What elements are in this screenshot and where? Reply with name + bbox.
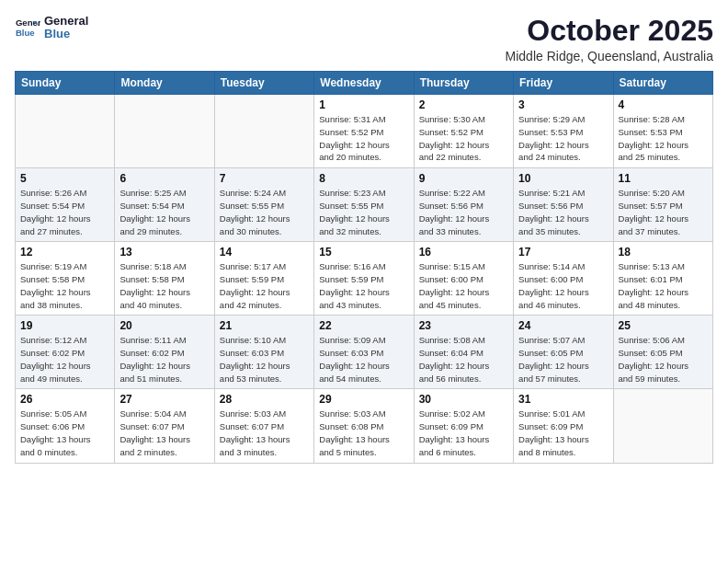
calendar-cell: 7Sunrise: 5:24 AM Sunset: 5:55 PM Daylig…	[214, 168, 313, 242]
logo-blue: Blue	[44, 28, 88, 40]
calendar-cell: 14Sunrise: 5:17 AM Sunset: 5:59 PM Dayli…	[214, 242, 313, 316]
day-number: 16	[419, 246, 508, 259]
calendar-cell: 22Sunrise: 5:09 AM Sunset: 6:03 PM Dayli…	[314, 316, 414, 389]
day-info: Sunrise: 5:08 AM Sunset: 6:04 PM Dayligh…	[419, 334, 508, 385]
day-number: 27	[119, 393, 209, 406]
day-number: 28	[220, 393, 309, 406]
calendar-cell	[214, 95, 313, 168]
weekday-header-sunday: Sunday	[16, 72, 115, 95]
day-info: Sunrise: 5:20 AM Sunset: 5:57 PM Dayligh…	[619, 187, 708, 237]
day-info: Sunrise: 5:31 AM Sunset: 5:52 PM Dayligh…	[319, 113, 408, 164]
day-info: Sunrise: 5:09 AM Sunset: 6:03 PM Dayligh…	[319, 334, 408, 385]
day-info: Sunrise: 5:28 AM Sunset: 5:53 PM Dayligh…	[619, 113, 708, 164]
calendar-cell: 28Sunrise: 5:03 AM Sunset: 6:07 PM Dayli…	[214, 389, 313, 463]
calendar-cell	[613, 389, 712, 463]
calendar-cell: 5Sunrise: 5:26 AM Sunset: 5:54 PM Daylig…	[16, 168, 115, 242]
location-title: Middle Ridge, Queensland, Australia	[506, 49, 713, 63]
day-number: 12	[20, 246, 109, 259]
day-info: Sunrise: 5:01 AM Sunset: 6:09 PM Dayligh…	[518, 408, 608, 458]
calendar-cell: 18Sunrise: 5:13 AM Sunset: 6:01 PM Dayli…	[613, 242, 712, 316]
day-info: Sunrise: 5:25 AM Sunset: 5:54 PM Dayligh…	[119, 187, 209, 237]
day-number: 19	[20, 319, 109, 332]
weekday-header-monday: Monday	[115, 72, 214, 95]
day-info: Sunrise: 5:23 AM Sunset: 5:55 PM Dayligh…	[319, 187, 408, 237]
calendar-cell: 31Sunrise: 5:01 AM Sunset: 6:09 PM Dayli…	[514, 389, 613, 463]
day-info: Sunrise: 5:21 AM Sunset: 5:56 PM Dayligh…	[518, 187, 608, 237]
calendar-table: SundayMondayTuesdayWednesdayThursdayFrid…	[15, 71, 713, 463]
day-info: Sunrise: 5:07 AM Sunset: 6:05 PM Dayligh…	[518, 334, 608, 385]
calendar-cell: 12Sunrise: 5:19 AM Sunset: 5:58 PM Dayli…	[16, 242, 115, 316]
calendar-cell: 8Sunrise: 5:23 AM Sunset: 5:55 PM Daylig…	[314, 168, 414, 242]
day-info: Sunrise: 5:16 AM Sunset: 5:59 PM Dayligh…	[319, 260, 408, 311]
day-number: 22	[319, 319, 408, 332]
calendar-cell: 10Sunrise: 5:21 AM Sunset: 5:56 PM Dayli…	[514, 168, 613, 242]
calendar-cell: 15Sunrise: 5:16 AM Sunset: 5:59 PM Dayli…	[314, 242, 414, 316]
day-number: 15	[319, 246, 408, 259]
day-info: Sunrise: 5:17 AM Sunset: 5:59 PM Dayligh…	[220, 260, 309, 311]
day-info: Sunrise: 5:06 AM Sunset: 6:05 PM Dayligh…	[619, 334, 708, 385]
day-info: Sunrise: 5:19 AM Sunset: 5:58 PM Dayligh…	[20, 260, 109, 311]
calendar-cell: 16Sunrise: 5:15 AM Sunset: 6:00 PM Dayli…	[414, 242, 513, 316]
day-number: 9	[419, 172, 508, 185]
logo-general: General	[44, 15, 88, 28]
calendar-cell: 30Sunrise: 5:02 AM Sunset: 6:09 PM Dayli…	[414, 389, 513, 463]
day-number: 1	[319, 98, 408, 111]
day-info: Sunrise: 5:29 AM Sunset: 5:53 PM Dayligh…	[518, 113, 608, 164]
calendar-cell	[115, 95, 214, 168]
weekday-header-saturday: Saturday	[613, 72, 712, 95]
day-info: Sunrise: 5:03 AM Sunset: 6:08 PM Dayligh…	[319, 408, 408, 458]
svg-text:General: General	[16, 18, 40, 29]
day-number: 17	[518, 246, 608, 259]
day-info: Sunrise: 5:13 AM Sunset: 6:01 PM Dayligh…	[619, 260, 708, 311]
day-info: Sunrise: 5:15 AM Sunset: 6:00 PM Dayligh…	[419, 260, 508, 311]
day-info: Sunrise: 5:12 AM Sunset: 6:02 PM Dayligh…	[20, 334, 109, 385]
calendar-cell: 4Sunrise: 5:28 AM Sunset: 5:53 PM Daylig…	[613, 95, 712, 168]
calendar-cell: 3Sunrise: 5:29 AM Sunset: 5:53 PM Daylig…	[514, 95, 613, 168]
calendar-cell: 9Sunrise: 5:22 AM Sunset: 5:56 PM Daylig…	[414, 168, 513, 242]
day-number: 24	[518, 319, 608, 332]
page-header: General Blue General Blue October 2025 M…	[15, 15, 713, 63]
calendar-cell: 25Sunrise: 5:06 AM Sunset: 6:05 PM Dayli…	[613, 316, 712, 389]
day-info: Sunrise: 5:02 AM Sunset: 6:09 PM Dayligh…	[419, 408, 508, 458]
weekday-header-row: SundayMondayTuesdayWednesdayThursdayFrid…	[16, 72, 713, 95]
day-number: 18	[619, 246, 708, 259]
calendar-cell: 26Sunrise: 5:05 AM Sunset: 6:06 PM Dayli…	[16, 389, 115, 463]
day-number: 29	[319, 393, 408, 406]
day-number: 25	[619, 319, 708, 332]
day-number: 21	[220, 319, 309, 332]
day-number: 4	[619, 98, 708, 111]
day-number: 26	[20, 393, 109, 406]
calendar-cell: 24Sunrise: 5:07 AM Sunset: 6:05 PM Dayli…	[514, 316, 613, 389]
weekday-header-thursday: Thursday	[414, 72, 513, 95]
calendar-cell: 17Sunrise: 5:14 AM Sunset: 6:00 PM Dayli…	[514, 242, 613, 316]
day-info: Sunrise: 5:26 AM Sunset: 5:54 PM Dayligh…	[20, 187, 109, 237]
day-info: Sunrise: 5:05 AM Sunset: 6:06 PM Dayligh…	[20, 408, 109, 458]
day-info: Sunrise: 5:30 AM Sunset: 5:52 PM Dayligh…	[419, 113, 508, 164]
day-number: 5	[20, 172, 109, 185]
day-info: Sunrise: 5:04 AM Sunset: 6:07 PM Dayligh…	[119, 408, 209, 458]
calendar-week-row: 1Sunrise: 5:31 AM Sunset: 5:52 PM Daylig…	[16, 95, 713, 168]
day-number: 30	[419, 393, 508, 406]
day-number: 10	[518, 172, 608, 185]
day-number: 23	[419, 319, 508, 332]
day-number: 31	[518, 393, 608, 406]
day-info: Sunrise: 5:24 AM Sunset: 5:55 PM Dayligh…	[220, 187, 309, 237]
weekday-header-tuesday: Tuesday	[214, 72, 313, 95]
day-number: 11	[619, 172, 708, 185]
calendar-cell: 11Sunrise: 5:20 AM Sunset: 5:57 PM Dayli…	[613, 168, 712, 242]
calendar-cell: 29Sunrise: 5:03 AM Sunset: 6:08 PM Dayli…	[314, 389, 414, 463]
svg-text:Blue: Blue	[16, 28, 35, 38]
day-info: Sunrise: 5:14 AM Sunset: 6:00 PM Dayligh…	[518, 260, 608, 311]
calendar-cell: 23Sunrise: 5:08 AM Sunset: 6:04 PM Dayli…	[414, 316, 513, 389]
calendar-cell: 6Sunrise: 5:25 AM Sunset: 5:54 PM Daylig…	[115, 168, 214, 242]
calendar-cell: 2Sunrise: 5:30 AM Sunset: 5:52 PM Daylig…	[414, 95, 513, 168]
day-info: Sunrise: 5:03 AM Sunset: 6:07 PM Dayligh…	[220, 408, 309, 458]
title-block: October 2025 Middle Ridge, Queensland, A…	[506, 15, 713, 63]
calendar-cell: 27Sunrise: 5:04 AM Sunset: 6:07 PM Dayli…	[115, 389, 214, 463]
calendar-week-row: 5Sunrise: 5:26 AM Sunset: 5:54 PM Daylig…	[16, 168, 713, 242]
calendar-week-row: 26Sunrise: 5:05 AM Sunset: 6:06 PM Dayli…	[16, 389, 713, 463]
calendar-cell: 1Sunrise: 5:31 AM Sunset: 5:52 PM Daylig…	[314, 95, 414, 168]
calendar-cell: 19Sunrise: 5:12 AM Sunset: 6:02 PM Dayli…	[16, 316, 115, 389]
calendar-week-row: 19Sunrise: 5:12 AM Sunset: 6:02 PM Dayli…	[16, 316, 713, 389]
calendar-cell: 21Sunrise: 5:10 AM Sunset: 6:03 PM Dayli…	[214, 316, 313, 389]
